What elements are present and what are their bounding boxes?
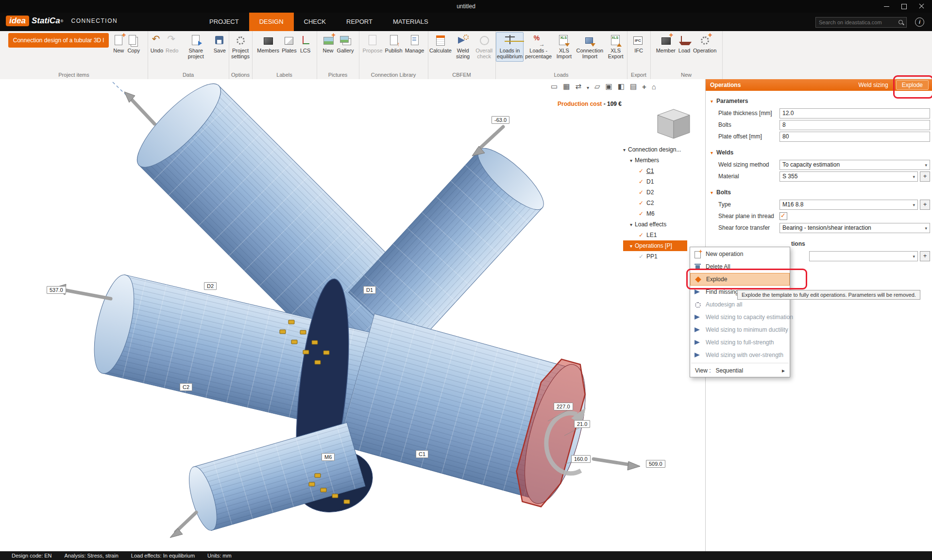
tab-design[interactable]: DESIGN	[249, 13, 294, 31]
member-label-m6[interactable]: M6	[322, 453, 335, 461]
transparent-view-icon[interactable]	[618, 82, 625, 91]
add-bolt-type-button[interactable]	[920, 200, 930, 210]
grid-icon[interactable]	[563, 82, 570, 91]
copy-project-button[interactable]: Copy	[126, 32, 141, 55]
menu-item-view[interactable]: View : Sequential	[690, 365, 790, 376]
member-label-d2[interactable]: D2	[204, 282, 217, 290]
xls-import-button[interactable]: XLS Import	[553, 32, 575, 62]
current-project-button[interactable]: Connection design of a tubular 3D l	[8, 33, 109, 48]
section-header[interactable]: Parameters	[706, 95, 932, 107]
layers-icon[interactable]	[630, 82, 637, 91]
plates-labels-button[interactable]: Plates	[281, 32, 298, 55]
new-load-button[interactable]: Load	[677, 32, 692, 55]
solid-view-icon[interactable]	[606, 82, 612, 91]
3d-scene[interactable]	[0, 79, 705, 551]
menu-item-weld-sizing-full-strength[interactable]: Weld sizing to full-strength	[690, 336, 790, 349]
overall-check-button[interactable]: Overall check	[473, 32, 495, 62]
bolt-type-dropdown[interactable]: M16 8.8	[779, 200, 918, 210]
menu-item-weld-sizing-capacity[interactable]: Weld sizing to capacity estimation	[690, 311, 790, 323]
member-m6-cylinder[interactable]	[184, 423, 365, 533]
add-button[interactable]	[920, 251, 930, 261]
section-chevron-icon[interactable]	[711, 189, 716, 196]
loads-in-equilibrium-button[interactable]: Loads in equilibrium	[496, 32, 524, 62]
tree-operations-header[interactable]: Operations [P]	[623, 240, 687, 251]
rotate-view-icon[interactable]	[575, 82, 581, 91]
3d-viewport[interactable]: Production cost - 109 € D2 D1 C2 C1 M6 5…	[0, 79, 705, 551]
check-icon[interactable]	[639, 210, 646, 217]
menu-item-delete-all[interactable]: Delete All	[690, 260, 790, 273]
tab-project[interactable]: PROJECT	[199, 13, 249, 31]
weld-material-dropdown[interactable]: S 355	[779, 171, 918, 182]
undo-button[interactable]: Undo	[150, 32, 164, 55]
connection-import-button[interactable]: Connection Import	[576, 32, 605, 62]
tree-item-c2[interactable]: C2	[623, 198, 705, 208]
tree-members-header[interactable]: Members	[623, 155, 705, 166]
pan-icon[interactable]	[642, 83, 646, 91]
tree-item-le1[interactable]: LE1	[623, 230, 705, 240]
info-icon[interactable]	[915, 17, 924, 27]
redo-button[interactable]: Redo	[165, 32, 179, 55]
new-picture-button[interactable]: New	[321, 32, 336, 55]
tab-report[interactable]: REPORT	[336, 13, 383, 31]
manage-button[interactable]: Manage	[404, 32, 425, 55]
xls-export-button[interactable]: XLS Export	[605, 32, 627, 62]
close-icon[interactable]	[913, 0, 930, 13]
gallery-button[interactable]: Gallery	[336, 32, 355, 55]
navigation-cube[interactable]	[658, 109, 690, 138]
tree-item-d2[interactable]: D2	[623, 187, 705, 198]
tree-item-c1[interactable]: C1	[623, 166, 705, 176]
panel-explode-button[interactable]: Explode	[896, 80, 929, 90]
menu-item-autodesign-all[interactable]: Autodesign all	[690, 298, 790, 311]
plate-thickness-input[interactable]: 12.0	[779, 108, 930, 119]
calculate-button[interactable]: Calculate	[428, 32, 453, 55]
shear-plane-checkbox[interactable]	[779, 212, 787, 220]
add-material-button[interactable]	[920, 171, 930, 182]
new-project-button[interactable]: New	[111, 32, 126, 55]
check-icon[interactable]	[639, 168, 646, 174]
weld-sizing-method-dropdown[interactable]: To capacity estimation	[779, 160, 930, 170]
ifc-export-button[interactable]: IFC	[631, 32, 646, 55]
tree-item-d1[interactable]: D1	[623, 176, 705, 187]
menu-item-new-operation[interactable]: New operation	[690, 248, 790, 260]
expander-icon[interactable]	[630, 242, 635, 249]
project-settings-button[interactable]: Project settings	[229, 32, 252, 62]
new-operation-button[interactable]: Operation	[692, 32, 717, 55]
maximize-icon[interactable]	[895, 0, 913, 13]
check-icon[interactable]	[639, 253, 646, 260]
expander-icon[interactable]	[630, 157, 635, 164]
new-member-button[interactable]: Member	[655, 32, 677, 55]
search-input[interactable]	[816, 19, 898, 25]
section-header[interactable]: Welds	[706, 146, 932, 159]
search-icon[interactable]	[898, 19, 904, 26]
section-chevron-icon[interactable]	[711, 98, 716, 104]
partial-dropdown[interactable]	[809, 251, 918, 261]
tab-check[interactable]: CHECK	[294, 13, 337, 31]
member-label-d1[interactable]: D1	[363, 286, 376, 294]
measure-icon[interactable]	[551, 82, 558, 91]
share-project-button[interactable]: Share project	[180, 32, 212, 62]
menu-item-explode[interactable]: Explode	[690, 273, 790, 286]
shear-force-transfer-dropdown[interactable]: Bearing - tension/shear interaction	[779, 223, 930, 233]
save-button[interactable]: Save	[212, 32, 227, 55]
check-icon[interactable]	[639, 189, 646, 196]
members-labels-button[interactable]: Members	[256, 32, 280, 55]
bolts-count-input[interactable]: 8	[779, 120, 930, 130]
search-box[interactable]	[815, 17, 907, 28]
check-icon[interactable]	[639, 178, 646, 185]
tab-materials[interactable]: MATERIALS	[383, 13, 439, 31]
section-chevron-icon[interactable]	[711, 149, 716, 156]
menu-item-weld-sizing-over-strength[interactable]: Weld sizing with over-strength	[690, 349, 790, 361]
check-icon[interactable]	[639, 232, 646, 238]
expander-icon[interactable]	[623, 146, 628, 153]
expander-icon[interactable]	[630, 221, 635, 228]
panel-weld-sizing-button[interactable]: Weld sizing	[858, 82, 888, 88]
section-plane-icon[interactable]	[594, 82, 600, 91]
minimize-icon[interactable]	[878, 0, 895, 13]
chevron-down-icon[interactable]	[587, 83, 589, 91]
home-view-icon[interactable]	[652, 83, 656, 91]
menu-item-weld-sizing-ductility[interactable]: Weld sizing to minimum ductility	[690, 323, 790, 336]
weld-sizing-button[interactable]: Weld sizing	[453, 32, 473, 62]
propose-button[interactable]: Propose	[362, 32, 384, 55]
tree-root[interactable]: Connection design...	[623, 144, 705, 155]
tree-item-m6[interactable]: M6	[623, 208, 705, 219]
